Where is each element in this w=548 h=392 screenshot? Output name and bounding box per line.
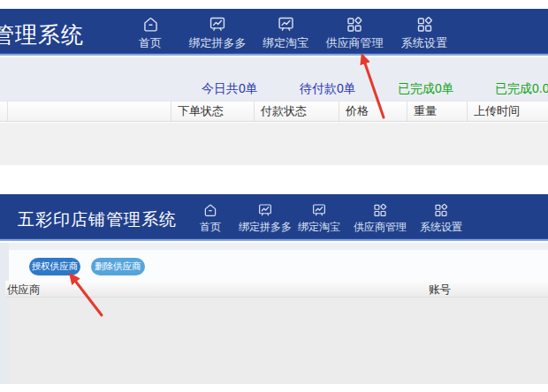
stat-completed-amount: 已完成0.0 (495, 81, 548, 97)
chart-board-icon (257, 202, 273, 218)
nav-item-supplier-management[interactable]: 供应商管理 (354, 202, 407, 235)
chart-board-icon (277, 15, 295, 34)
nav-item-label: 绑定淘宝 (298, 220, 340, 235)
screenshot-root: 管理系统 首页 绑定拼多多 绑定淘宝 供应商管理 (0, 0, 548, 392)
column-header-order-status: 下单状态 (171, 102, 254, 121)
nav-item-bind-pinduoduo[interactable]: 绑定拼多多 (239, 202, 292, 235)
app-title: 五彩印店铺管理系统 (18, 208, 177, 231)
nav-item-home[interactable]: 首页 (139, 15, 162, 51)
grid-icon (433, 202, 449, 218)
stat-today-total: 今日共0单 (202, 81, 258, 97)
nav-item-label: 首页 (200, 220, 221, 235)
stat-pending-payment: 待付款0单 (300, 81, 356, 97)
toolbar-panel (9, 250, 548, 281)
orders-table-header: 下单状态 付款状态 价格 重量 上传时间 (0, 101, 548, 122)
nav-item-label: 首页 (139, 35, 162, 51)
nav-item-label: 供应商管理 (326, 35, 384, 51)
stat-completed-count: 已完成0单 (398, 81, 454, 97)
grid-icon (372, 202, 388, 218)
nav-item-label: 绑定淘宝 (263, 35, 308, 51)
column-header-payment-status: 付款状态 (254, 102, 339, 121)
nav-item-label: 供应商管理 (354, 220, 407, 235)
nav-item-label: 系统设置 (420, 220, 462, 235)
nav-item-bind-taobao[interactable]: 绑定淘宝 (263, 15, 308, 51)
nav-item-label: 绑定拼多多 (239, 220, 292, 235)
nav-item-label: 绑定拼多多 (189, 35, 247, 51)
app-title-partial: 管理系统 (0, 20, 84, 49)
chart-board-icon (311, 202, 327, 218)
home-icon (141, 15, 160, 34)
column-header-upload-time: 上传时间 (467, 102, 548, 121)
chart-board-icon (209, 15, 227, 34)
grid-icon (415, 15, 434, 34)
top-navbar: 管理系统 首页 绑定拼多多 绑定淘宝 供应商管理 (0, 9, 548, 56)
nav-item-system-settings[interactable]: 系统设置 (401, 15, 447, 51)
column-header-weight: 重量 (407, 102, 467, 121)
grid-icon (346, 15, 364, 34)
home-icon (202, 202, 218, 218)
suppliers-table-body-empty (9, 298, 548, 384)
nav-item-bind-taobao[interactable]: 绑定淘宝 (298, 202, 340, 235)
nav-item-home[interactable]: 首页 (200, 202, 221, 235)
bottom-navbar: 五彩印店铺管理系统 首页 绑定拼多多 绑定淘宝 供应商管理 (0, 194, 548, 241)
left-gutter (0, 243, 9, 384)
order-stats-bar: 今日共0单 待付款0单 已完成0单 已完成0.0 (0, 57, 548, 101)
column-header-account: 账号 (429, 283, 451, 298)
nav-item-system-settings[interactable]: 系统设置 (420, 202, 462, 235)
column-divider (7, 102, 8, 121)
suppliers-table-header: 供应商 账号 (5, 281, 548, 298)
nav-item-label: 系统设置 (401, 35, 447, 51)
authorize-supplier-button[interactable]: 授权供应商 (29, 258, 80, 275)
column-header-supplier: 供应商 (7, 283, 41, 298)
delete-supplier-button[interactable]: 删除供应商 (91, 258, 145, 275)
nav-item-supplier-management[interactable]: 供应商管理 (326, 15, 384, 51)
column-header-price: 价格 (339, 102, 407, 121)
nav-item-bind-pinduoduo[interactable]: 绑定拼多多 (189, 15, 247, 51)
orders-table-body-empty (0, 123, 548, 165)
